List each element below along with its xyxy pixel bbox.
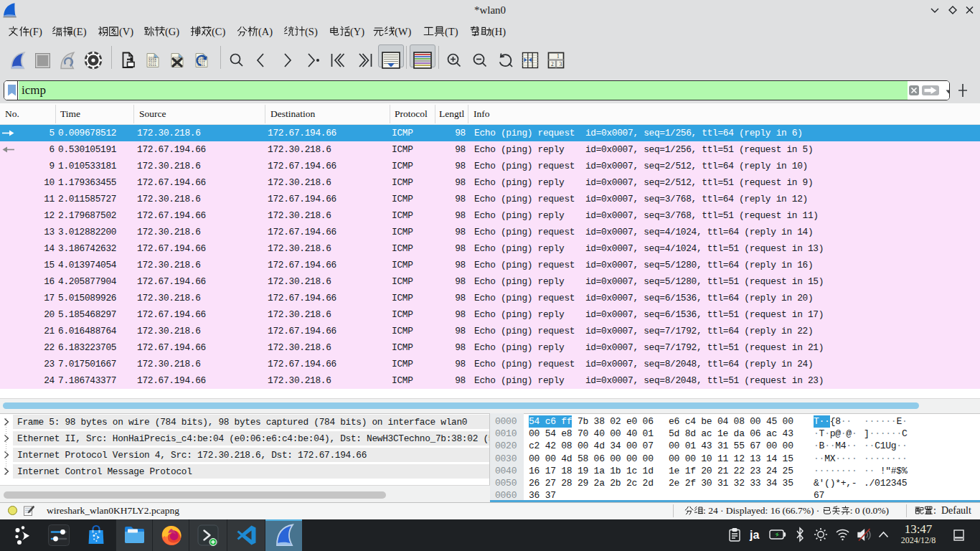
svg-text:2: 2: [551, 61, 554, 67]
svg-text:0111: 0111: [149, 63, 156, 67]
svg-text:3: 3: [560, 61, 562, 67]
svg-text:1: 1: [557, 53, 560, 60]
